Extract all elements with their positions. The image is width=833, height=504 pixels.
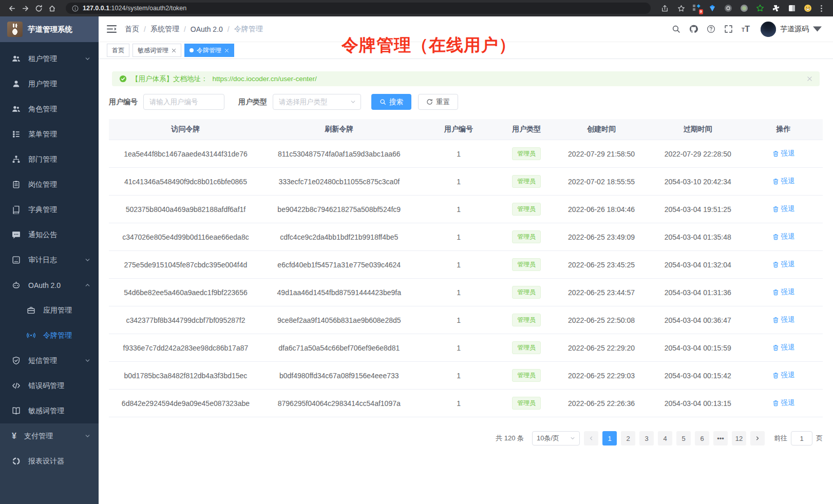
force-logout-button[interactable]: 强退 — [772, 204, 795, 214]
sidebar-item-岗位管理[interactable]: 岗位管理 — [0, 172, 99, 197]
tab-令牌管理[interactable]: 令牌管理 — [184, 44, 234, 57]
app-logo[interactable]: 芋道管理系统 — [0, 16, 99, 42]
gem-icon[interactable] — [708, 4, 717, 13]
sidebar-item-OAuth 2.0[interactable]: OAuth 2.0 — [0, 273, 99, 298]
forward-button[interactable] — [18, 2, 32, 15]
extensions-grid-icon[interactable]: 9 — [692, 4, 701, 13]
expire-time-cell: 2054-03-04 00:15:59 — [651, 334, 744, 362]
emoji-icon[interactable] — [803, 4, 812, 13]
url-bar[interactable]: 127.0.0.1:1024/system/oauth2/token — [66, 3, 651, 14]
sidebar-item-label: 敏感词管理 — [28, 406, 64, 416]
sidebar-item-label: 租户管理 — [28, 54, 57, 64]
home-button[interactable] — [45, 2, 59, 15]
sidebar-item-敏感词管理[interactable]: 敏感词管理 — [0, 398, 99, 423]
alert-doc-link[interactable]: https://doc.iocoder.cn/user-center/ — [213, 75, 317, 83]
sidebar-item-部门管理[interactable]: 部门管理 — [0, 147, 99, 172]
page-button[interactable]: 3 — [639, 431, 654, 445]
header-font-size-button[interactable]: TT — [742, 25, 750, 34]
sidebar-item-报表设计器[interactable]: 报表设计器 — [0, 449, 99, 474]
breadcrumb-item[interactable]: 系统管理 — [150, 25, 179, 34]
close-icon[interactable] — [224, 48, 229, 53]
user-type-select[interactable]: 请选择用户类型 — [273, 94, 361, 110]
sidebar-item-租户管理[interactable]: 租户管理 — [0, 46, 99, 71]
back-button[interactable] — [5, 2, 18, 15]
sidebar-item-支付管理[interactable]: ¥支付管理 — [0, 423, 99, 449]
goto-page-input[interactable] — [791, 431, 812, 445]
page-button[interactable]: 1 — [602, 431, 617, 445]
user-id-cell: 1 — [416, 362, 502, 390]
page-ellipsis[interactable]: ••• — [713, 431, 728, 445]
header-github-button[interactable] — [689, 25, 698, 33]
force-logout-button[interactable]: 强退 — [772, 149, 795, 158]
green-star-icon[interactable] — [755, 4, 765, 13]
sidebar-item-菜单管理[interactable]: 菜单管理 — [0, 122, 99, 147]
breadcrumb-item[interactable]: 首页 — [125, 25, 139, 34]
user-id-input[interactable] — [143, 94, 224, 110]
sidebar-item-令牌管理[interactable]: 令牌管理 — [0, 323, 99, 348]
next-page-button[interactable] — [750, 431, 765, 445]
page-button[interactable]: 2 — [621, 431, 635, 445]
user-id-cell: 1 — [416, 251, 502, 279]
page-button[interactable]: 4 — [658, 431, 672, 445]
page-button[interactable]: 12 — [732, 431, 746, 445]
sidebar-item-应用管理[interactable]: 应用管理 — [0, 298, 99, 323]
breadcrumb: 首页/系统管理/OAuth 2.0/令牌管理 — [125, 25, 263, 34]
star-button[interactable] — [674, 2, 688, 15]
sidebar-collapse-icon[interactable] — [107, 25, 117, 33]
sidebar-item-用户管理[interactable]: 用户管理 — [0, 71, 99, 96]
log-icon — [12, 256, 21, 264]
info-icon[interactable] — [72, 5, 79, 12]
page-button[interactable]: 5 — [676, 431, 691, 445]
expire-time-cell: 2054-03-04 19:51:25 — [651, 196, 744, 223]
user-type-cell: 管理员 — [501, 223, 551, 251]
force-logout-button[interactable]: 强退 — [772, 232, 795, 241]
puzzle-icon[interactable] — [771, 4, 781, 13]
tab-首页[interactable]: 首页 — [107, 44, 129, 57]
header-fullscreen-button[interactable] — [724, 25, 733, 33]
force-logout-button[interactable]: 强退 — [772, 315, 795, 324]
user-type-cell: 管理员 — [501, 279, 551, 306]
ring-circle-icon[interactable] — [724, 4, 733, 13]
force-logout-button[interactable]: 强退 — [772, 177, 795, 186]
force-logout-button[interactable]: 强退 — [772, 287, 795, 297]
sidebar-item-字典管理[interactable]: 字典管理 — [0, 197, 99, 222]
header-search-button[interactable] — [672, 25, 680, 33]
force-logout-button[interactable]: 强退 — [772, 343, 795, 352]
sidebar-item-审计日志[interactable]: 审计日志 — [0, 247, 99, 273]
search-button[interactable]: 搜索 — [371, 94, 411, 110]
share-button[interactable] — [658, 2, 671, 15]
user-menu[interactable]: 芋道源码 — [761, 22, 822, 37]
reload-button[interactable] — [32, 2, 45, 15]
force-logout-button[interactable]: 强退 — [772, 260, 795, 269]
token-table: 访问令牌刷新令牌用户编号用户类型创建时间过期时间操作 1ea5e44f8bc14… — [109, 119, 823, 417]
sidebar-item-角色管理[interactable]: 角色管理 — [0, 96, 99, 122]
sidebar-item-label: OAuth 2.0 — [28, 281, 61, 289]
access-token-cell: 502375b8040a469a9b82188afdf6af1f — [109, 196, 262, 223]
page-button[interactable]: 6 — [695, 431, 709, 445]
close-icon[interactable] — [172, 48, 176, 53]
refresh-token-cell: b0df4980ffd34c67a08f9156e4eee733 — [262, 362, 416, 390]
sidebar-item-label: 支付管理 — [24, 432, 53, 441]
breadcrumb-item[interactable]: OAuth 2.0 — [191, 25, 223, 33]
alert-close-icon[interactable] — [807, 76, 812, 82]
action-cell: 强退 — [744, 362, 823, 390]
user-type-cell: 管理员 — [501, 306, 551, 334]
user-type-badge: 管理员 — [512, 341, 541, 354]
record-circle-icon[interactable] — [740, 4, 749, 13]
prev-page-button[interactable] — [584, 431, 598, 445]
panel-icon[interactable] — [787, 4, 797, 13]
tab-敏感词管理[interactable]: 敏感词管理 — [132, 44, 181, 57]
trash-icon — [772, 234, 779, 240]
reset-button[interactable]: 重置 — [418, 94, 458, 110]
sidebar-item-短信管理[interactable]: 短信管理 — [0, 348, 99, 373]
page-size-select[interactable]: 10条/页 — [532, 431, 580, 445]
column-header: 刷新令牌 — [262, 119, 416, 140]
browser-menu-icon[interactable] — [815, 2, 828, 15]
sidebar-item-错误码管理[interactable]: 错误码管理 — [0, 373, 99, 398]
force-logout-button[interactable]: 强退 — [772, 371, 795, 380]
tabs-bar: 首页敏感词管理令牌管理 — [99, 42, 833, 59]
force-logout-label: 强退 — [781, 398, 795, 408]
force-logout-button[interactable]: 强退 — [772, 398, 795, 408]
sidebar-item-通知公告[interactable]: 通知公告 — [0, 222, 99, 247]
header-help-button[interactable] — [707, 25, 715, 33]
